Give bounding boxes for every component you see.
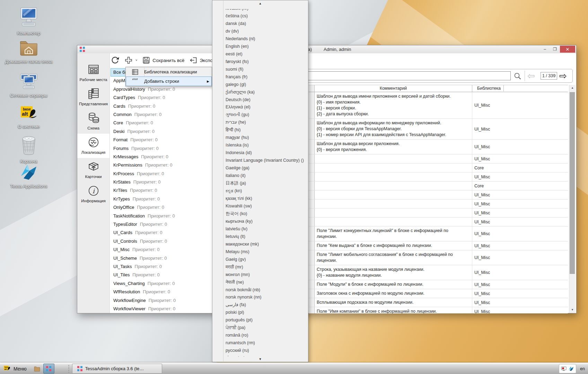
keyboard-layout-indicator[interactable]: en [579,366,586,371]
sidebar-item-information[interactable]: i Информация [77,182,109,206]
library-list-item[interactable]: DeskiПриоритет: 0 [111,127,212,136]
library-list-item[interactable]: KrTypesПриоритет: 0 [111,195,212,203]
menu-item-add-strings[interactable]: “ “ Добавить строки ▶ [126,77,212,86]
table-row[interactable]: UI_Misc [309,217,568,226]
language-option[interactable]: русский (ru) [226,347,307,354]
desktop-icon-computer[interactable]: Компьютер [3,7,54,36]
scroll-down-icon[interactable]: ▼ [569,307,576,313]
table-row[interactable]: Поле "Лимит конкурентных лицензий" в бло… [309,226,568,241]
language-option[interactable]: français (fr) [226,73,307,81]
library-list-item[interactable]: CommonПриоритет: 0 [111,110,212,119]
library-list-item[interactable]: KrPermissionsПриоритет: 0 [111,161,212,169]
search-button[interactable] [514,72,522,82]
language-option[interactable]: dansk (da) [226,20,307,27]
library-list-item[interactable]: CardsПриоритет: 0 [111,102,212,110]
language-option[interactable]: кыргызча (ky) [226,217,307,225]
titlebar[interactable]: TessaAdmin сборка 3.6 (tessa) Admin, adm… [77,45,576,54]
language-option[interactable]: मराठी (mr) [226,263,307,271]
table-row[interactable]: Шаблон для вывода версии приложения.{0} … [309,140,568,154]
language-option[interactable]: lietuvių (lt) [226,233,307,240]
desktop-icon-tessa-applications[interactable]: Tessa Applications [3,163,54,189]
desktop-icon-about-system[interactable]: base alt О системе [3,106,54,130]
table-row[interactable]: Поле "Модули" в блоке с информацией по л… [309,280,568,289]
library-list-item[interactable]: Views_ChartingПриоритет: 0 [111,279,212,288]
table-row[interactable]: Core [309,163,568,172]
sidebar-item-workplaces[interactable]: Рабочие места [77,61,109,85]
language-option[interactable]: 한국어 (ko) [226,210,307,217]
scroll-down-icon[interactable]: ▼ [213,357,308,362]
table-row[interactable]: UI_Misc [309,190,568,199]
library-list-item[interactable]: KrTilesПриоритет: 0 [111,186,212,195]
library-list-item[interactable]: TaskNotificationПриоритет: 0 [111,212,212,220]
refresh-button[interactable] [111,56,120,65]
table-row[interactable]: Поле "Имя компании" в блоке с информацие… [309,307,568,313]
next-page-arrow-icon[interactable]: ⇨ [559,70,567,82]
library-list-item[interactable]: KrMessagesПриоритет: 0 [111,153,212,161]
minimize-button[interactable]: – [540,46,550,53]
sidebar-item-localization[interactable]: Локализация [77,134,109,158]
language-option[interactable]: 日本語 (ja) [226,179,307,187]
table-row[interactable]: Всплывающая подсказка по модулям лицензи… [309,298,568,307]
column-header-comment[interactable]: Комментарий [315,85,472,92]
language-option[interactable]: polski (pl) [226,309,307,316]
language-option[interactable]: Ελληνικά (el) [226,103,307,111]
library-list-item[interactable]: UI_MiscПриоритет: 0 [111,246,212,254]
table-row[interactable]: Шаблон для вывода имени приложения с вер… [309,92,568,119]
scrollbar-thumb[interactable] [570,92,575,274]
language-option[interactable]: नेपाली (ne) [226,278,307,286]
language-option[interactable]: norsk nynorsk (nn) [226,293,307,301]
library-list-item[interactable]: UI_CardsПриоритет: 0 [111,229,212,237]
language-option[interactable]: ગુજરાતી (gu) [226,111,307,118]
desktop-icon-trash[interactable]: Корзина [3,135,54,164]
library-list-item[interactable]: ForumsПриоритет: 0 [111,144,212,153]
sidebar-item-views[interactable]: Представления [77,85,109,109]
language-option[interactable]: čeština (cs) [226,12,307,20]
language-option[interactable]: қазақ тілі (kk) [226,195,307,202]
language-option[interactable]: македонски (mk) [226,240,307,248]
language-option[interactable]: føroyskt (fo) [226,58,307,65]
language-option[interactable]: galego (gl) [226,81,307,88]
menu-item-localization-library[interactable]: Библиотека локализации [126,67,212,77]
desktop-icon-home-folder[interactable]: Домашняя папка tessa [3,39,54,64]
library-list-item[interactable]: WorkflowViewerПриоритет: 0 [111,305,212,313]
table-row[interactable]: UI_Misc [309,172,568,181]
file-manager-button[interactable] [32,364,43,374]
language-option[interactable]: magyar (hu) [226,134,307,141]
language-option[interactable]: suomi (fi) [226,65,307,73]
language-option[interactable]: português (pt) [226,316,307,324]
library-list-item[interactable]: UI_TasksПриоритет: 0 [111,262,212,271]
table-row[interactable]: Шаблон для вывода информации по менеджер… [309,119,568,140]
column-header-library[interactable]: Библиотека [472,85,568,92]
language-option[interactable]: română (ro) [226,331,307,339]
table-row[interactable]: Поле "Кем выдана" в блоке с информацией … [309,241,568,250]
library-list-item[interactable]: FormatПриоритет: 0 [111,136,212,144]
table-row[interactable]: UI_Misc [309,154,568,163]
save-all-button[interactable]: Сохранить всё [142,56,184,64]
language-option[interactable]: norsk bokmål (nb) [226,286,307,294]
language-option[interactable]: ਪੰਜਾਬੀ (pa) [226,324,307,331]
sidebar-item-cards[interactable]: Карточки [77,158,109,182]
tray-tessa-bird-icon[interactable] [568,366,574,371]
library-list-item[interactable]: UI_SchemeПриоритет: 0 [111,254,212,262]
language-option[interactable]: فارسی (fa) [226,301,307,309]
library-list-item[interactable]: OnlyOfficeПриоритет: 0 [111,203,212,212]
language-option[interactable]: dv (dv) [226,27,307,35]
table-row[interactable]: Поле "Лимит мобильного согласования" в б… [309,250,568,265]
previous-page-arrow-icon[interactable]: ⇦ [527,70,535,82]
library-list-item[interactable]: TypesEditorПриоритет: 0 [111,220,212,229]
library-list-item[interactable]: CardTypesПриоритет: 0 [111,93,212,102]
table-row[interactable]: UI_Misc [309,208,568,217]
start-menu-button[interactable]: base alt Меню [1,364,31,374]
language-option[interactable]: עברית (he) [226,118,307,126]
sidebar-item-schema[interactable]: Схема [77,109,109,134]
library-list-item[interactable]: UI_ControlsПриоритет: 0 [111,237,212,246]
language-option[interactable]: Gaeilge (ga) [226,164,307,172]
language-option[interactable]: Kiswahili (sw) [226,202,307,210]
language-option[interactable]: Deutsch (de) [226,96,307,104]
language-option[interactable]: монгол (mn) [226,271,307,278]
library-list-item[interactable]: WorkflowEngineПриоритет: 0 [111,296,212,305]
language-option[interactable]: हिन्दी (hi) [226,126,307,134]
library-list-item[interactable]: KrProcessПриоритет: 0 [111,170,212,178]
language-option[interactable]: Nederlands (nl) [226,35,307,43]
language-option[interactable]: íslenska (is) [226,141,307,149]
